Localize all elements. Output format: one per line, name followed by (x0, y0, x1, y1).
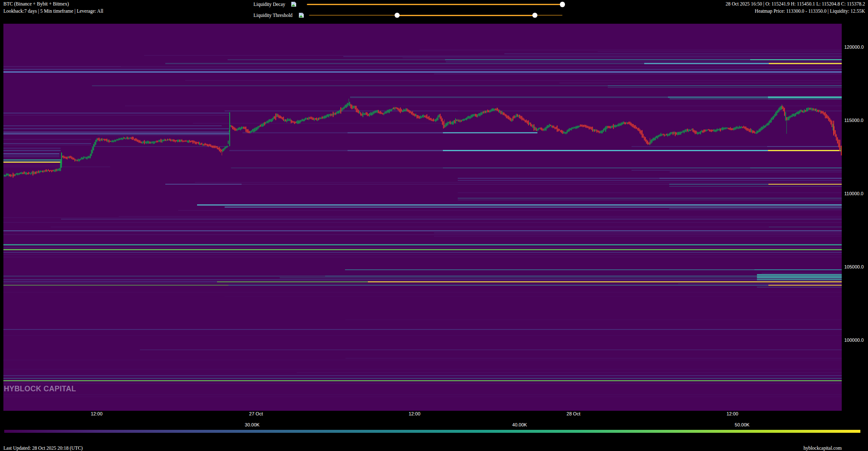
svg-text:HYBLOCK CAPITAL: HYBLOCK CAPITAL (4, 385, 76, 393)
